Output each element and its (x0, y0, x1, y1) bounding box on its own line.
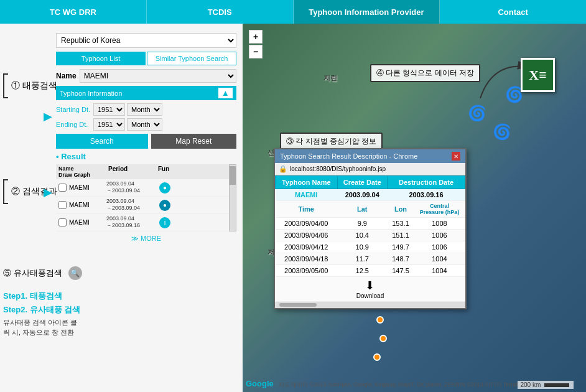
typhoon-info-row: Typhoon Information ▲ (56, 86, 236, 100)
modal-close-button[interactable]: ✕ (452, 152, 460, 161)
ann5-content: ⑤ 유사태풍검색 🔍 (3, 266, 82, 280)
time-1: 2003/09/04/00 (276, 218, 338, 230)
row-checkbox-2[interactable] (58, 201, 67, 209)
lat-5: 12.5 (337, 265, 388, 277)
lon-1: 153.1 (388, 218, 414, 230)
col-typhoon-name: Typhoon Name (276, 176, 338, 189)
pressure-2: 1006 (414, 230, 465, 241)
zoom-in-button[interactable]: + (249, 30, 263, 44)
name-label: Name (56, 72, 77, 80)
ending-dt-label: Ending Dt. (56, 121, 93, 128)
row-checkbox-1[interactable] (58, 184, 67, 192)
annotation-4-text: ④ 다른 형식으로 데이터 저장 (376, 68, 474, 77)
step1-title: Step1. 태풍검색 (3, 291, 109, 302)
result-table: NameDraw Graph Period Fun MAEMI 2003.09.… (56, 164, 229, 231)
data-row-5: 2003/09/05/00 12.5 147.5 1004 (276, 265, 465, 277)
result-label: • Result (56, 152, 236, 161)
ending-month-select[interactable]: Month (127, 118, 162, 131)
fun-icon-3[interactable]: i (159, 217, 170, 228)
download-cell: ⬇ Download (276, 277, 465, 302)
result-icon-1[interactable]: ● (159, 182, 175, 194)
pressure-4: 1004 (414, 253, 465, 265)
result-scrollbar[interactable] (229, 164, 236, 231)
result-table-header: NameDraw Graph Period Fun (56, 164, 229, 179)
fun-icon-1[interactable]: ● (159, 182, 170, 194)
result-icon-2[interactable]: ● (159, 200, 175, 211)
more-link[interactable]: ≫ MORE (56, 235, 236, 243)
modal-content: Typhoon Name Create Date Destruction Dat… (275, 175, 465, 308)
excel-export-icon[interactable]: X≡ (521, 58, 555, 92)
typhoon-main-info-row: MAEMI 2003.09.04 2003.09.16 (276, 189, 465, 201)
typhoon-name-select[interactable]: MAEMI (80, 69, 236, 83)
typhoon-symbol-3: 🌀 (493, 123, 511, 141)
result-period-2: 2003.09.04－2003.09.04 (106, 198, 159, 212)
excel-label: X≡ (529, 67, 546, 83)
modal-scrollbar-h[interactable] (275, 302, 465, 308)
download-row: ⬇ Download (276, 277, 465, 302)
data-row-2: 2003/09/04/06 10.4 151.1 1006 (276, 230, 465, 241)
scrollbar-thumb-h (279, 303, 317, 307)
info-toggle-button[interactable]: ▲ (218, 88, 233, 98)
nav-item-contact[interactable]: Contact (440, 0, 586, 24)
zoom-out-button[interactable]: − (249, 45, 263, 58)
nav-item-tcdis[interactable]: TCDIS (147, 0, 294, 24)
table-main-header-row: Typhoon Name Create Date Destruction Dat… (276, 176, 465, 189)
scale-bar (544, 383, 569, 387)
search-box: Republic of Korea Typhoon List Similar T… (56, 33, 236, 149)
action-buttons: Search Map Reset (56, 134, 236, 149)
lat-4: 11.7 (337, 253, 388, 265)
result-period-3: 2003.09.04－2003.09.16 (106, 215, 159, 230)
col-create-date: Create Date (337, 176, 388, 189)
modal-url-bar: 🔒 localhost:8080/DIS/typhooninfo.jsp (275, 163, 465, 175)
nav-item-tc-wg-drr[interactable]: TC WG DRR (0, 0, 147, 24)
lon-2: 151.1 (388, 230, 414, 241)
data-row-3: 2003/09/04/12 10.9 149.7 1006 (276, 241, 465, 253)
row-checkbox-3[interactable] (58, 218, 67, 226)
col-header-period: Period (108, 166, 158, 178)
tab-typhoon-list[interactable]: Typhoon List (56, 52, 146, 65)
ending-year-select[interactable]: 1951 (93, 118, 125, 131)
modal-url: localhost:8080/DIS/typhooninfo.jsp (290, 166, 386, 172)
map-copyright: 지도 데이터 ©2013 AutoNavi, Google, Kingway, … (279, 381, 534, 388)
result-name-2: MAEMI (69, 202, 106, 208)
time-2: 2003/09/04/06 (276, 230, 338, 241)
download-icon[interactable]: ⬇ Download (356, 279, 384, 299)
lat-3: 10.9 (337, 241, 388, 253)
pressure-1: 1008 (414, 218, 465, 230)
modal-titlebar: Typhoon Search Result Description - Chro… (275, 149, 465, 163)
create-date-value: 2003.09.04 (337, 189, 388, 201)
modal-title: Typhoon Search Result Description - Chro… (280, 152, 417, 160)
result-name-3: MAEMI (69, 219, 106, 226)
starting-month-select[interactable]: Month (127, 103, 162, 116)
main-layout: ① 태풍검색 Republic of Korea Typhoon List Si… (0, 24, 586, 392)
result-name-1: MAEMI (69, 184, 106, 191)
country-select[interactable]: Republic of Korea (56, 33, 236, 48)
download-label: Download (356, 292, 384, 299)
map-controls: + − (249, 30, 263, 58)
top-navigation: TC WG DRR TCDIS Typhoon Information Prov… (0, 0, 586, 24)
annotation-5-similar: ⑤ 유사태풍검색 🔍 (3, 266, 82, 280)
google-logo: Google (246, 379, 274, 388)
lon-5: 147.5 (388, 265, 414, 277)
time-4: 2003/09/04/18 (276, 253, 338, 265)
tab-similar-search[interactable]: Similar Typhoon Search (147, 52, 236, 65)
nav-item-typhoon[interactable]: Typhoon Information Provider (294, 0, 440, 24)
similar-search-icon[interactable]: 🔍 (68, 266, 82, 280)
result-icon-3[interactable]: i (159, 217, 175, 228)
search-button[interactable]: Search (56, 134, 148, 149)
lon-3: 149.7 (388, 241, 414, 253)
annotation-5-text: ⑤ 유사태풍검색 (3, 268, 62, 279)
step2-title: Step2. 유사태풍 검색 (3, 304, 109, 315)
typhoon-dot-1 (373, 353, 381, 361)
starting-date-row: Starting Dt. 1951 Month (56, 103, 236, 116)
pressure-5: 1004 (414, 265, 465, 277)
annotation-3-text: ③ 각 지점별 중심기압 정보 (286, 137, 376, 146)
map-reset-button[interactable]: Map Reset (151, 134, 237, 149)
bracket-1 (3, 73, 8, 98)
fun-icon-2[interactable]: ● (159, 200, 170, 211)
sub-col-pressure: CentralPressure (hPa) (414, 201, 465, 218)
step-instructions: Step1. 태풍검색 Step2. 유사태풍 검색 유사태풍 검색 아이콘 클… (3, 291, 109, 342)
map-background: + − 지린 장수성 저장성 산둥성 이성 🌀 🌀 🌀 (243, 24, 586, 392)
starting-year-select[interactable]: 1951 (93, 103, 125, 116)
sub-header-row: Time Lat Lon CentralPressure (hPa) (276, 201, 465, 218)
